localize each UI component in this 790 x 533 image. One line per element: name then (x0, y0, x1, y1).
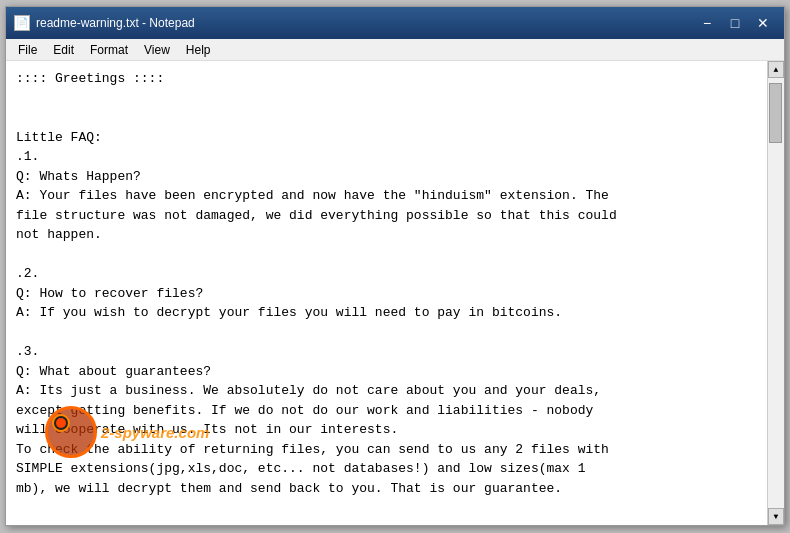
menu-bar: File Edit Format View Help (6, 39, 784, 61)
minimize-button[interactable]: − (694, 13, 720, 33)
menu-file[interactable]: File (10, 41, 45, 59)
window-title: readme-warning.txt - Notepad (36, 16, 694, 30)
notepad-window: 📄 readme-warning.txt - Notepad − □ ✕ Fil… (5, 6, 785, 526)
scroll-track[interactable] (768, 78, 784, 508)
scrollbar: ▲ ▼ (767, 61, 784, 525)
menu-help[interactable]: Help (178, 41, 219, 59)
content-area: :::: Greetings :::: Little FAQ: .1. Q: W… (6, 61, 784, 525)
menu-view[interactable]: View (136, 41, 178, 59)
menu-edit[interactable]: Edit (45, 41, 82, 59)
title-bar: 📄 readme-warning.txt - Notepad − □ ✕ (6, 7, 784, 39)
maximize-button[interactable]: □ (722, 13, 748, 33)
scroll-up-button[interactable]: ▲ (768, 61, 784, 78)
text-content[interactable]: :::: Greetings :::: Little FAQ: .1. Q: W… (6, 61, 767, 525)
close-button[interactable]: ✕ (750, 13, 776, 33)
scroll-thumb[interactable] (769, 83, 782, 143)
window-controls: − □ ✕ (694, 13, 776, 33)
scroll-down-button[interactable]: ▼ (768, 508, 784, 525)
app-icon: 📄 (14, 15, 30, 31)
menu-format[interactable]: Format (82, 41, 136, 59)
